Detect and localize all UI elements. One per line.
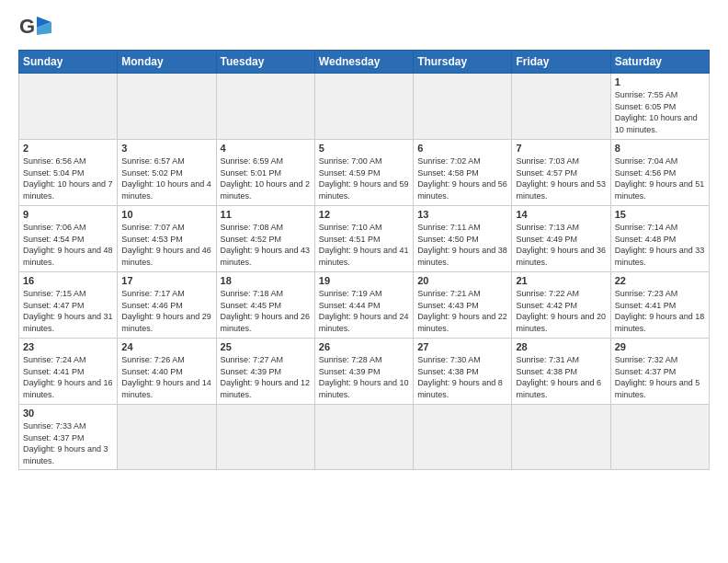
day-number: 2 <box>23 143 113 154</box>
day-info: Sunrise: 7:32 AM Sunset: 4:37 PM Dayligh… <box>615 354 705 400</box>
calendar-cell: 28Sunrise: 7:31 AM Sunset: 4:38 PM Dayli… <box>512 339 610 405</box>
day-info: Sunrise: 7:00 AM Sunset: 4:59 PM Dayligh… <box>319 155 409 201</box>
day-number: 9 <box>23 209 113 220</box>
calendar-cell <box>512 74 610 140</box>
day-number: 1 <box>615 76 705 87</box>
calendar-cell: 24Sunrise: 7:26 AM Sunset: 4:40 PM Dayli… <box>118 339 216 405</box>
page: G SundayMondayTuesdayWednesdayThursdayFr… <box>0 0 728 563</box>
week-row-4: 16Sunrise: 7:15 AM Sunset: 4:47 PM Dayli… <box>19 272 710 339</box>
calendar-cell: 3Sunrise: 6:57 AM Sunset: 5:02 PM Daylig… <box>118 140 216 206</box>
calendar-cell <box>314 74 413 140</box>
calendar-header-monday: Monday <box>118 51 216 74</box>
day-info: Sunrise: 7:19 AM Sunset: 4:44 PM Dayligh… <box>319 288 409 334</box>
day-info: Sunrise: 7:15 AM Sunset: 4:47 PM Dayligh… <box>23 288 113 334</box>
calendar-cell: 19Sunrise: 7:19 AM Sunset: 4:44 PM Dayli… <box>314 272 413 339</box>
calendar-cell: 9Sunrise: 7:06 AM Sunset: 4:54 PM Daylig… <box>19 206 118 272</box>
day-info: Sunrise: 7:24 AM Sunset: 4:41 PM Dayligh… <box>23 354 113 400</box>
week-row-5: 23Sunrise: 7:24 AM Sunset: 4:41 PM Dayli… <box>19 339 710 405</box>
calendar-cell: 22Sunrise: 7:23 AM Sunset: 4:41 PM Dayli… <box>610 272 709 339</box>
generalblue-logo-icon: G <box>18 15 51 40</box>
calendar-header-tuesday: Tuesday <box>216 51 314 74</box>
day-number: 18 <box>221 275 311 286</box>
day-info: Sunrise: 7:06 AM Sunset: 4:54 PM Dayligh… <box>23 222 113 268</box>
calendar-cell <box>512 405 610 470</box>
day-info: Sunrise: 7:33 AM Sunset: 4:37 PM Dayligh… <box>23 420 113 466</box>
day-info: Sunrise: 7:55 AM Sunset: 6:05 PM Dayligh… <box>615 89 705 135</box>
week-row-3: 9Sunrise: 7:06 AM Sunset: 4:54 PM Daylig… <box>19 206 710 272</box>
day-info: Sunrise: 7:30 AM Sunset: 4:38 PM Dayligh… <box>417 354 507 400</box>
day-number: 13 <box>417 209 507 220</box>
day-info: Sunrise: 7:22 AM Sunset: 4:42 PM Dayligh… <box>516 288 606 334</box>
day-info: Sunrise: 7:26 AM Sunset: 4:40 PM Dayligh… <box>121 354 211 400</box>
calendar-cell: 21Sunrise: 7:22 AM Sunset: 4:42 PM Dayli… <box>512 272 610 339</box>
day-number: 17 <box>121 275 211 286</box>
calendar-header-friday: Friday <box>512 51 610 74</box>
day-number: 21 <box>516 275 606 286</box>
calendar-cell: 25Sunrise: 7:27 AM Sunset: 4:39 PM Dayli… <box>216 339 314 405</box>
day-number: 24 <box>121 341 211 352</box>
calendar-cell: 7Sunrise: 7:03 AM Sunset: 4:57 PM Daylig… <box>512 140 610 206</box>
calendar-cell: 6Sunrise: 7:02 AM Sunset: 4:58 PM Daylig… <box>414 140 512 206</box>
calendar-cell: 5Sunrise: 7:00 AM Sunset: 4:59 PM Daylig… <box>314 140 413 206</box>
calendar-cell <box>216 74 314 140</box>
calendar-header-saturday: Saturday <box>610 51 709 74</box>
calendar-header-row: SundayMondayTuesdayWednesdayThursdayFrid… <box>19 51 710 74</box>
calendar-cell <box>414 74 512 140</box>
day-number: 14 <box>516 209 606 220</box>
calendar-cell <box>118 74 216 140</box>
day-info: Sunrise: 7:11 AM Sunset: 4:50 PM Dayligh… <box>417 222 507 268</box>
day-info: Sunrise: 7:10 AM Sunset: 4:51 PM Dayligh… <box>319 222 409 268</box>
day-number: 23 <box>23 341 113 352</box>
calendar-cell <box>19 74 118 140</box>
day-info: Sunrise: 7:02 AM Sunset: 4:58 PM Dayligh… <box>417 155 507 201</box>
calendar-cell: 2Sunrise: 6:56 AM Sunset: 5:04 PM Daylig… <box>19 140 118 206</box>
calendar: SundayMondayTuesdayWednesdayThursdayFrid… <box>18 50 710 470</box>
day-info: Sunrise: 7:28 AM Sunset: 4:39 PM Dayligh… <box>319 354 409 400</box>
calendar-cell: 10Sunrise: 7:07 AM Sunset: 4:53 PM Dayli… <box>118 206 216 272</box>
week-row-2: 2Sunrise: 6:56 AM Sunset: 5:04 PM Daylig… <box>19 140 710 206</box>
calendar-cell: 8Sunrise: 7:04 AM Sunset: 4:56 PM Daylig… <box>610 140 709 206</box>
day-number: 19 <box>319 275 409 286</box>
calendar-cell: 14Sunrise: 7:13 AM Sunset: 4:49 PM Dayli… <box>512 206 610 272</box>
calendar-header-thursday: Thursday <box>414 51 512 74</box>
calendar-cell <box>314 405 413 470</box>
header: G <box>18 15 710 40</box>
calendar-cell: 4Sunrise: 6:59 AM Sunset: 5:01 PM Daylig… <box>216 140 314 206</box>
day-number: 30 <box>23 408 113 419</box>
day-info: Sunrise: 7:07 AM Sunset: 4:53 PM Dayligh… <box>121 222 211 268</box>
day-number: 4 <box>221 143 311 154</box>
calendar-cell <box>610 405 709 470</box>
day-number: 27 <box>417 341 507 352</box>
day-number: 25 <box>221 341 311 352</box>
calendar-cell: 16Sunrise: 7:15 AM Sunset: 4:47 PM Dayli… <box>19 272 118 339</box>
calendar-cell: 17Sunrise: 7:17 AM Sunset: 4:46 PM Dayli… <box>118 272 216 339</box>
calendar-cell <box>118 405 216 470</box>
day-info: Sunrise: 7:13 AM Sunset: 4:49 PM Dayligh… <box>516 222 606 268</box>
week-row-6: 30Sunrise: 7:33 AM Sunset: 4:37 PM Dayli… <box>19 405 710 470</box>
day-number: 26 <box>319 341 409 352</box>
calendar-cell: 27Sunrise: 7:30 AM Sunset: 4:38 PM Dayli… <box>414 339 512 405</box>
calendar-cell: 29Sunrise: 7:32 AM Sunset: 4:37 PM Dayli… <box>610 339 709 405</box>
svg-text:G: G <box>19 15 35 38</box>
day-info: Sunrise: 7:23 AM Sunset: 4:41 PM Dayligh… <box>615 288 705 334</box>
calendar-cell: 12Sunrise: 7:10 AM Sunset: 4:51 PM Dayli… <box>314 206 413 272</box>
day-info: Sunrise: 7:27 AM Sunset: 4:39 PM Dayligh… <box>221 354 311 400</box>
day-info: Sunrise: 7:21 AM Sunset: 4:43 PM Dayligh… <box>417 288 507 334</box>
calendar-cell: 18Sunrise: 7:18 AM Sunset: 4:45 PM Dayli… <box>216 272 314 339</box>
calendar-cell: 30Sunrise: 7:33 AM Sunset: 4:37 PM Dayli… <box>19 405 118 470</box>
day-number: 20 <box>417 275 507 286</box>
day-info: Sunrise: 7:04 AM Sunset: 4:56 PM Dayligh… <box>615 155 705 201</box>
day-number: 16 <box>23 275 113 286</box>
day-number: 7 <box>516 143 606 154</box>
week-row-1: 1Sunrise: 7:55 AM Sunset: 6:05 PM Daylig… <box>19 74 710 140</box>
day-number: 12 <box>319 209 409 220</box>
calendar-header-wednesday: Wednesday <box>314 51 413 74</box>
day-number: 11 <box>221 209 311 220</box>
day-info: Sunrise: 7:03 AM Sunset: 4:57 PM Dayligh… <box>516 155 606 201</box>
day-number: 28 <box>516 341 606 352</box>
day-info: Sunrise: 7:17 AM Sunset: 4:46 PM Dayligh… <box>121 288 211 334</box>
day-number: 3 <box>121 143 211 154</box>
calendar-cell: 11Sunrise: 7:08 AM Sunset: 4:52 PM Dayli… <box>216 206 314 272</box>
day-info: Sunrise: 6:59 AM Sunset: 5:01 PM Dayligh… <box>221 155 311 201</box>
logo: G <box>18 15 55 40</box>
